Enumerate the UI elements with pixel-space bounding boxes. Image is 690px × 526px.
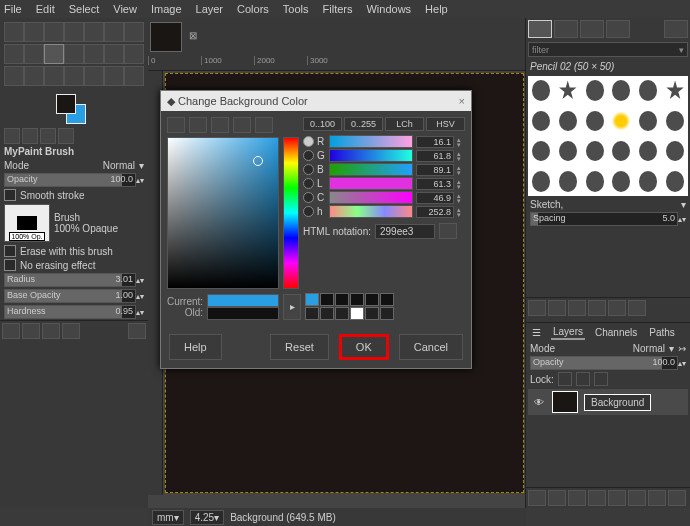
layer-action-icon[interactable] [668,490,686,506]
value-c[interactable]: 46.9 [416,192,454,204]
eyedropper-icon[interactable] [439,223,457,239]
picker-tab-icon[interactable] [233,117,251,133]
brush-category-dropdown[interactable]: Sketch, [530,199,563,210]
tab-layers[interactable]: Layers [551,325,585,340]
html-notation-input[interactable]: 299ee3 [375,224,435,239]
tool-icon[interactable] [84,22,104,42]
hardness-slider[interactable]: Hardness0.95 [4,305,136,319]
tab-paths[interactable]: Paths [647,326,677,339]
menu-help[interactable]: Help [425,3,448,15]
brush-item[interactable] [662,167,688,196]
ok-button[interactable]: OK [339,334,389,360]
tool-icon[interactable] [44,22,64,42]
history-swatch[interactable] [380,307,394,320]
toolbox-icon[interactable] [22,128,38,144]
brush-filter-input[interactable]: filter▾ [528,42,688,57]
toolbox-bottom-icon[interactable] [42,323,60,339]
slider-c[interactable] [329,191,413,204]
tool-icon[interactable] [24,66,44,86]
history-swatch[interactable] [335,307,349,320]
fg-bg-swatch[interactable] [56,94,86,124]
toolbox-bottom-icon[interactable] [128,323,146,339]
menu-tools[interactable]: Tools [283,3,309,15]
layer-action-icon[interactable] [648,490,666,506]
close-icon[interactable]: × [459,95,465,107]
zoom-field[interactable]: 4.25 ▾ [190,510,224,525]
value-h[interactable]: 252.8 [416,206,454,218]
tool-icon[interactable] [104,44,124,64]
dock-menu-icon[interactable] [664,20,688,38]
menu-file[interactable]: File [4,3,22,15]
toolbox-bottom-icon[interactable] [62,323,80,339]
value-g[interactable]: 61.8 [416,150,454,162]
brush-action-icon[interactable] [608,300,626,316]
range-0-255-button[interactable]: 0..255 [344,117,383,131]
spin-arrows-icon[interactable]: ▴▾ [457,179,465,189]
spin-arrows-icon[interactable]: ▴▾ [678,359,686,368]
brush-item[interactable] [555,167,581,196]
close-tab-icon[interactable]: ⊠ [186,30,200,44]
layer-mode-dropdown[interactable]: Normal [633,343,665,354]
tool-icon[interactable] [4,22,24,42]
layer-name[interactable]: Background [584,394,651,411]
brush-item[interactable] [635,76,661,105]
tool-icon[interactable] [64,66,84,86]
menu-edit[interactable]: Edit [36,3,55,15]
radio-g[interactable] [303,150,314,161]
tool-icon[interactable] [4,66,24,86]
layer-row[interactable]: 👁 Background [528,389,688,415]
slider-b[interactable] [329,163,413,176]
spin-arrows-icon[interactable]: ▴▾ [678,215,686,224]
brush-item[interactable] [609,76,635,105]
smooth-stroke-checkbox[interactable] [4,189,16,201]
brush-item[interactable] [555,76,581,105]
spin-arrows-icon[interactable]: ▴▾ [136,292,144,301]
radio-c[interactable] [303,192,314,203]
brush-action-icon[interactable] [628,300,646,316]
history-swatch[interactable] [380,293,394,306]
spin-arrows-icon[interactable]: ▴▾ [457,151,465,161]
menu-select[interactable]: Select [69,3,100,15]
brush-action-icon[interactable] [548,300,566,316]
brush-item[interactable] [609,137,635,166]
tool-icon[interactable] [24,44,44,64]
radio-h[interactable] [303,206,314,217]
tool-icon[interactable] [124,44,144,64]
tool-mypaint-brush[interactable] [44,44,64,64]
dock-tab-brushes[interactable] [528,20,552,38]
brush-thumbnail[interactable]: 100% Op. [4,204,50,242]
brush-item[interactable] [609,106,635,135]
brush-item[interactable] [582,167,608,196]
brush-action-icon[interactable] [528,300,546,316]
brush-item[interactable] [528,76,554,105]
dock-tab-fonts[interactable] [580,20,604,38]
spacing-slider[interactable]: Spacing5.0 [530,212,678,226]
brush-item[interactable] [662,76,688,105]
cancel-button[interactable]: Cancel [399,334,463,360]
history-swatch[interactable] [320,293,334,306]
menu-layer[interactable]: Layer [196,3,224,15]
brush-item[interactable] [528,167,554,196]
toolbox-icon[interactable] [4,128,20,144]
brush-item[interactable] [635,106,661,135]
tool-icon[interactable] [124,66,144,86]
value-r[interactable]: 16.1 [416,136,454,148]
help-button[interactable]: Help [169,334,222,360]
tool-icon[interactable] [104,22,124,42]
value-l[interactable]: 61.3 [416,178,454,190]
picker-tab-icon[interactable] [167,117,185,133]
menu-image[interactable]: Image [151,3,182,15]
brush-action-icon[interactable] [588,300,606,316]
slider-g[interactable] [329,149,413,162]
opacity-slider[interactable]: Opacity100.0 [4,173,136,187]
brush-item[interactable] [609,167,635,196]
erase-with-brush-checkbox[interactable] [4,245,16,257]
history-swatch[interactable] [305,307,319,320]
lock-alpha-icon[interactable] [594,372,608,386]
dialog-titlebar[interactable]: ◆ Change Background Color × [161,91,471,111]
radius-slider[interactable]: Radius3.01 [4,273,136,287]
tool-icon[interactable] [84,44,104,64]
toolbox-bottom-icon[interactable] [2,323,20,339]
layer-visibility-icon[interactable]: 👁 [532,397,546,408]
dock-tab-history[interactable] [606,20,630,38]
